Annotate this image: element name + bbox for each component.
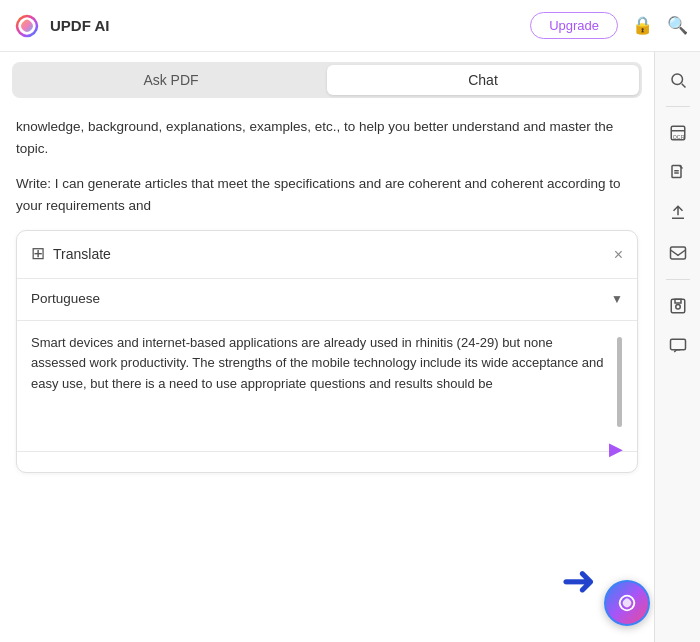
send-button[interactable]: ▶ [609,438,623,460]
fab-icon [616,592,638,614]
app-header: UPDF AI Upgrade 🔒 🔍 [0,0,700,52]
tab-bar: Ask PDF Chat [12,62,642,98]
scrollbar[interactable] [615,333,623,439]
tab-ask-pdf[interactable]: Ask PDF [15,65,327,95]
svg-rect-12 [675,299,681,303]
language-label: Portuguese [31,289,611,310]
svg-point-11 [675,305,680,310]
chat-wrapper: knowledge, background, explanations, exa… [0,106,654,642]
language-selector[interactable]: Portuguese ▼ [17,279,637,321]
translated-text: Smart devices and internet-based applica… [31,333,615,439]
upgrade-button[interactable]: Upgrade [530,12,618,39]
logo-area: UPDF AI [12,11,530,41]
sidebar-convert-icon[interactable] [660,155,696,191]
translate-input-area: ▶ [17,451,637,472]
translate-header: ⊞ Translate × [17,231,637,278]
svg-rect-10 [671,299,685,313]
sidebar-divider-2 [666,279,690,280]
sidebar-mail-icon[interactable] [660,235,696,271]
logo-icon [12,11,42,41]
sidebar-search-icon[interactable] [660,62,696,98]
search-header-icon[interactable]: 🔍 [667,15,688,36]
chat-content: knowledge, background, explanations, exa… [0,106,654,642]
sidebar-upload-icon[interactable] [660,195,696,231]
translate-body: Smart devices and internet-based applica… [17,321,637,451]
sidebar-comment-icon[interactable] [660,328,696,364]
svg-point-1 [672,74,683,85]
svg-text:OCR: OCR [672,134,684,140]
sidebar-save-icon[interactable] [660,288,696,324]
svg-line-2 [681,84,685,88]
sidebar-divider-1 [666,106,690,107]
translate-title: Translate [53,244,614,266]
svg-rect-9 [670,247,685,259]
chat-text-paragraph1: knowledge, background, explanations, exa… [16,116,638,159]
translate-close-button[interactable]: × [614,247,623,263]
chat-text-paragraph2: Write: I can generate articles that meet… [16,173,638,216]
translate-card: ⊞ Translate × Portuguese ▼ Smart devices… [16,230,638,472]
right-sidebar: OCR [654,52,700,642]
left-panel: Ask PDF Chat knowledge, background, expl… [0,52,654,642]
scrollbar-thumb [617,337,622,427]
header-icons: 🔒 🔍 [632,15,688,36]
translate-icon: ⊞ [31,241,45,267]
fab-button[interactable] [604,580,650,626]
sidebar-ocr-icon[interactable]: OCR [660,115,696,151]
svg-rect-13 [670,339,685,350]
main-container: Ask PDF Chat knowledge, background, expl… [0,52,700,642]
tab-chat[interactable]: Chat [327,65,639,95]
lock-icon[interactable]: 🔒 [632,15,653,36]
chevron-down-icon: ▼ [611,290,623,309]
app-title: UPDF AI [50,17,109,34]
